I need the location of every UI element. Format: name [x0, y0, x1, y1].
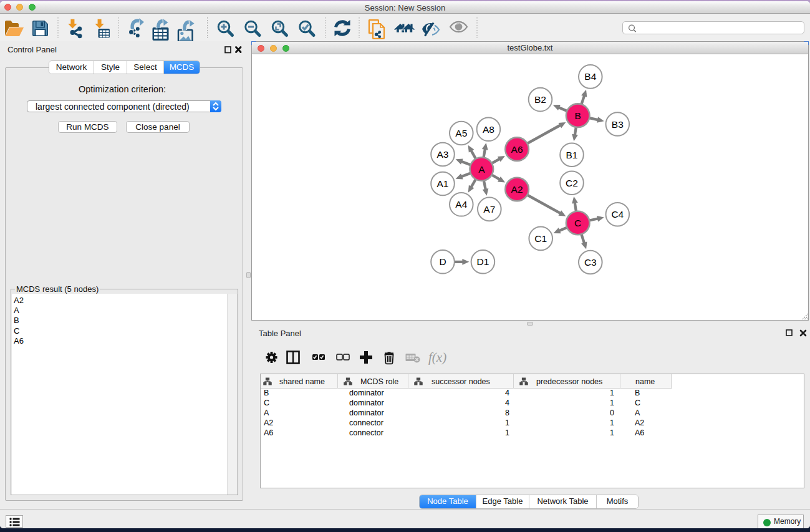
svg-text:A7: A7 [483, 204, 495, 215]
svg-text:C: C [574, 218, 581, 228]
svg-text:C4: C4 [611, 209, 624, 220]
svg-text:C2: C2 [566, 178, 578, 188]
svg-text:A8: A8 [483, 124, 494, 135]
svg-text:B1: B1 [566, 150, 578, 160]
svg-text:B3: B3 [612, 119, 624, 130]
svg-text:A4: A4 [455, 199, 467, 210]
svg-text:A1: A1 [437, 178, 449, 189]
svg-text:f(x): f(x) [428, 350, 446, 365]
svg-text:B4: B4 [584, 71, 596, 82]
svg-text:D: D [439, 256, 446, 267]
svg-text:A6: A6 [511, 144, 523, 155]
svg-text:B2: B2 [534, 94, 546, 105]
svg-text:A5: A5 [455, 128, 467, 138]
svg-text:A2: A2 [511, 184, 523, 195]
svg-text:A: A [478, 164, 485, 175]
svg-text:C3: C3 [584, 257, 597, 268]
svg-text:D1: D1 [476, 256, 489, 267]
svg-text:C1: C1 [534, 233, 547, 244]
svg-text:B: B [575, 110, 581, 121]
svg-text:A3: A3 [437, 149, 449, 160]
